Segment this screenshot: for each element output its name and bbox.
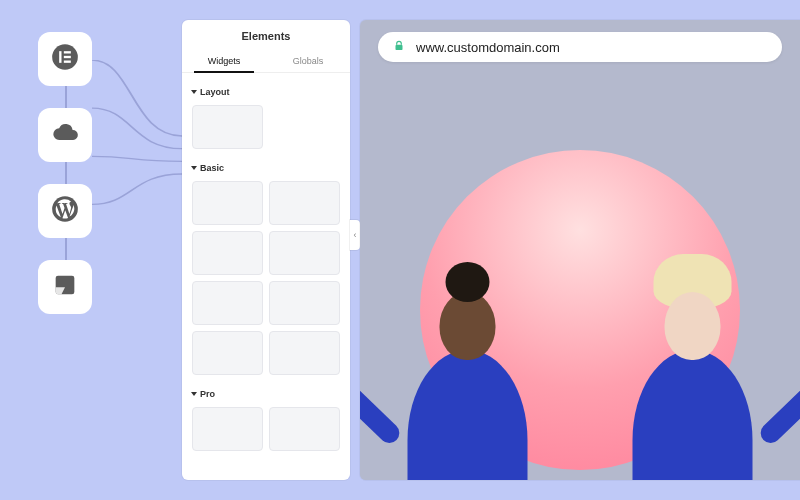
lock-icon bbox=[392, 39, 406, 56]
widget-placeholder[interactable] bbox=[192, 407, 263, 451]
widget-placeholder[interactable] bbox=[269, 231, 340, 275]
section-pro-header[interactable]: Pro bbox=[192, 385, 340, 403]
widget-placeholder[interactable] bbox=[269, 181, 340, 225]
address-bar-url: www.customdomain.com bbox=[416, 40, 560, 55]
preview-canvas bbox=[360, 76, 800, 480]
section-pro: Pro bbox=[192, 385, 340, 451]
section-layout-label: Layout bbox=[200, 87, 230, 97]
section-basic: Basic bbox=[192, 159, 340, 375]
widget-placeholder[interactable] bbox=[269, 407, 340, 451]
wordpress-icon bbox=[51, 195, 79, 227]
chevron-down-icon bbox=[191, 166, 197, 170]
panel-body: Layout Basic bbox=[182, 73, 350, 480]
svg-rect-7 bbox=[396, 44, 403, 49]
templates-icon bbox=[51, 271, 79, 303]
widget-placeholder[interactable] bbox=[192, 331, 263, 375]
svg-rect-3 bbox=[64, 56, 71, 58]
tab-widgets[interactable]: Widgets bbox=[182, 50, 266, 72]
rail-connector bbox=[92, 60, 182, 250]
widget-placeholder[interactable] bbox=[192, 281, 263, 325]
tab-globals[interactable]: Globals bbox=[266, 50, 350, 72]
panel-collapse-handle[interactable]: ‹ bbox=[350, 220, 360, 250]
rail-item-cloud[interactable] bbox=[38, 108, 92, 162]
elements-panel: Elements Widgets Globals Layout Basic bbox=[182, 20, 350, 480]
widget-placeholder[interactable] bbox=[192, 105, 263, 149]
rail-item-elementor[interactable] bbox=[38, 32, 92, 86]
section-pro-label: Pro bbox=[200, 389, 215, 399]
preview-frame: www.customdomain.com bbox=[360, 20, 800, 480]
chevron-left-icon: ‹ bbox=[354, 230, 357, 240]
address-bar-wrap: www.customdomain.com bbox=[360, 20, 800, 72]
app-rail bbox=[38, 32, 92, 314]
chevron-down-icon bbox=[191, 90, 197, 94]
section-layout: Layout bbox=[192, 83, 340, 149]
svg-rect-2 bbox=[64, 51, 71, 53]
hero-figure-left bbox=[393, 230, 543, 480]
address-bar[interactable]: www.customdomain.com bbox=[378, 32, 782, 62]
section-layout-header[interactable]: Layout bbox=[192, 83, 340, 101]
svg-rect-1 bbox=[59, 51, 61, 63]
elementor-icon bbox=[51, 43, 79, 75]
section-basic-label: Basic bbox=[200, 163, 224, 173]
widget-placeholder[interactable] bbox=[269, 281, 340, 325]
panel-title: Elements bbox=[182, 20, 350, 50]
rail-item-wordpress[interactable] bbox=[38, 184, 92, 238]
widget-placeholder[interactable] bbox=[269, 331, 340, 375]
section-basic-header[interactable]: Basic bbox=[192, 159, 340, 177]
panel-tabs: Widgets Globals bbox=[182, 50, 350, 73]
rail-item-templates[interactable] bbox=[38, 260, 92, 314]
svg-rect-4 bbox=[64, 61, 71, 63]
widget-placeholder[interactable] bbox=[192, 181, 263, 225]
cloud-icon bbox=[51, 119, 79, 151]
chevron-down-icon bbox=[191, 392, 197, 396]
widget-placeholder[interactable] bbox=[192, 231, 263, 275]
hero-figure-right bbox=[618, 230, 768, 480]
